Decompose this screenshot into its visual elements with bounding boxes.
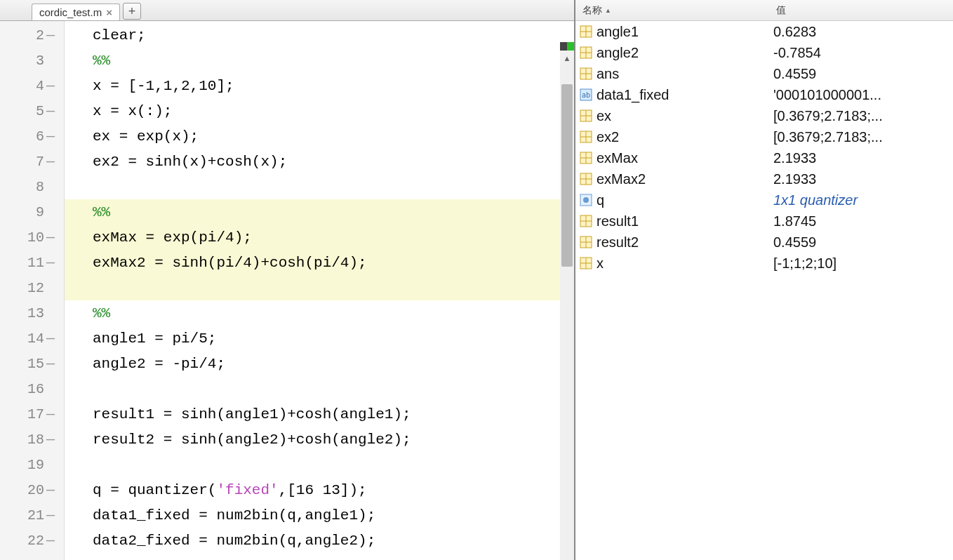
workspace-variable-row[interactable]: angle2-0.7854: [575, 42, 953, 63]
workspace-variable-row[interactable]: ans0.4559: [575, 63, 953, 84]
svg-point-24: [583, 197, 589, 203]
sort-ascending-icon: ▲: [605, 7, 611, 14]
variable-value: 1.8745: [773, 213, 953, 229]
code-line[interactable]: result1 = sinh(angle1)+cosh(angle1);: [65, 401, 574, 427]
breakpoint-dash[interactable]: —: [44, 406, 57, 422]
code-line[interactable]: angle1 = pi/5;: [65, 326, 574, 351]
gutter-line: 21—: [0, 502, 64, 528]
gutter-line: 18—: [0, 427, 64, 452]
line-number: 15: [25, 356, 44, 372]
code-line[interactable]: [65, 174, 574, 199]
breakpoint-dash[interactable]: —: [44, 154, 57, 170]
column-header-name[interactable]: 名称 ▲: [575, 4, 772, 17]
variable-type-icon: [578, 109, 594, 123]
breakpoint-dash[interactable]: —: [44, 255, 57, 271]
code-token: ex = exp(x);: [93, 128, 199, 145]
gutter-line: 4—: [0, 73, 64, 98]
workspace-pane: 名称 ▲ 值 angle10.6283angle2-0.7854ans0.455…: [575, 0, 953, 560]
variable-value: '000101000001...: [773, 87, 953, 103]
scroll-thumb[interactable]: [561, 84, 573, 267]
code-token: angle1 = pi/5;: [93, 331, 216, 347]
code-line[interactable]: [65, 376, 574, 401]
breakpoint-dash[interactable]: —: [44, 331, 57, 347]
breakpoint-dash[interactable]: —: [44, 432, 57, 448]
workspace-variable-row[interactable]: exMax2.1933: [575, 147, 953, 168]
workspace-variable-row[interactable]: abdata1_fixed'000101000001...: [575, 84, 953, 105]
variable-type-icon: [578, 214, 594, 228]
code-token: %%: [93, 204, 110, 220]
code-line[interactable]: result2 = sinh(angle2)+cosh(angle2);: [65, 427, 574, 452]
code-line[interactable]: angle2 = -pi/4;: [65, 351, 574, 376]
code-line[interactable]: exMax = exp(pi/4);: [65, 225, 574, 250]
line-number: 19: [25, 457, 44, 473]
file-tab[interactable]: cordic_test.m ×: [32, 4, 120, 20]
workspace-variable-row[interactable]: x[-1;1;2;10]: [575, 253, 953, 274]
code-line[interactable]: %%: [65, 300, 574, 326]
column-header-value[interactable]: 值: [772, 4, 953, 17]
line-number: 5: [25, 103, 44, 119]
workspace-variable-row[interactable]: angle10.6283: [575, 21, 953, 42]
variable-value: [-1;1;2;10]: [773, 255, 953, 272]
breakpoint-dash[interactable]: —: [44, 507, 57, 524]
line-number: 13: [25, 305, 44, 321]
line-number: 16: [25, 381, 44, 397]
code-line[interactable]: x = x(:);: [65, 98, 574, 124]
close-icon[interactable]: ×: [106, 6, 112, 18]
line-number: 22: [25, 533, 44, 549]
code-area[interactable]: clear;%%x = [-1,1,2,10];x = x(:);ex = ex…: [65, 21, 574, 560]
workspace-variable-row[interactable]: ex[0.3679;2.7183;...: [575, 105, 953, 126]
code-line[interactable]: clear;: [65, 22, 574, 48]
line-number: 7: [25, 154, 44, 170]
code-token: exMax = exp(pi/4);: [93, 229, 252, 246]
code-line[interactable]: %%: [65, 199, 574, 225]
workspace-variable-row[interactable]: ex2[0.3679;2.7183;...: [575, 126, 953, 147]
breakpoint-dash[interactable]: —: [44, 356, 57, 372]
gutter-line: 9: [0, 199, 64, 225]
code-line[interactable]: data2_fixed = num2bin(q,angle2);: [65, 528, 574, 553]
breakpoint-dash[interactable]: —: [44, 229, 57, 246]
scroll-up-arrow-icon[interactable]: ▲: [560, 52, 574, 65]
code-line[interactable]: q = quantizer('fixed',[16 13]);: [65, 477, 574, 502]
variable-type-icon: [578, 172, 594, 186]
tab-bar: cordic_test.m × +: [0, 0, 574, 21]
variable-name: exMax: [597, 150, 773, 166]
breakpoint-dash[interactable]: —: [44, 533, 57, 549]
breakpoint-dash[interactable]: —: [44, 103, 57, 119]
breakpoint-dash[interactable]: —: [44, 78, 57, 94]
gutter-line: 22—: [0, 528, 64, 553]
variable-value: 1x1 quantizer: [773, 192, 953, 208]
variable-type-icon: ab: [578, 88, 594, 102]
line-gutter: 2—34—5—6—7—8910—11—121314—15—1617—18—192…: [0, 21, 65, 560]
vertical-scrollbar[interactable]: ▲: [560, 42, 574, 560]
variable-name: ex: [597, 108, 773, 124]
workspace-variable-row[interactable]: q1x1 quantizer: [575, 189, 953, 211]
new-tab-button[interactable]: +: [123, 3, 141, 20]
variable-name: x: [597, 255, 773, 272]
svg-text:ab: ab: [582, 91, 590, 99]
workspace-variable-row[interactable]: exMax22.1933: [575, 168, 953, 189]
breakpoint-dash[interactable]: —: [44, 128, 57, 145]
code-line[interactable]: exMax2 = sinh(pi/4)+cosh(pi/4);: [65, 250, 574, 275]
variable-value: 0.6283: [773, 24, 953, 40]
code-line[interactable]: data1_fixed = num2bin(q,angle1);: [65, 502, 574, 528]
breakpoint-dash[interactable]: —: [44, 27, 57, 44]
code-line[interactable]: [65, 452, 574, 477]
workspace-body: angle10.6283angle2-0.7854ans0.4559abdata…: [575, 21, 953, 560]
breakpoint-dash[interactable]: —: [44, 482, 57, 498]
code-line[interactable]: x = [-1,1,2,10];: [65, 73, 574, 98]
variable-value: 0.4559: [773, 66, 953, 82]
variable-name: ex2: [597, 129, 773, 145]
variable-type-icon: [578, 46, 594, 60]
gutter-line: 10—: [0, 225, 64, 250]
variable-name: angle2: [597, 45, 773, 61]
code-line[interactable]: ex2 = sinh(x)+cosh(x);: [65, 149, 574, 174]
code-health-indicator: [560, 42, 574, 51]
gutter-line: 2—: [0, 22, 64, 48]
code-token: %%: [93, 305, 110, 321]
workspace-variable-row[interactable]: result20.4559: [575, 232, 953, 253]
code-line[interactable]: %%: [65, 48, 574, 73]
variable-value: -0.7854: [773, 45, 953, 61]
code-line[interactable]: [65, 275, 574, 300]
workspace-variable-row[interactable]: result11.8745: [575, 211, 953, 232]
code-line[interactable]: ex = exp(x);: [65, 124, 574, 149]
